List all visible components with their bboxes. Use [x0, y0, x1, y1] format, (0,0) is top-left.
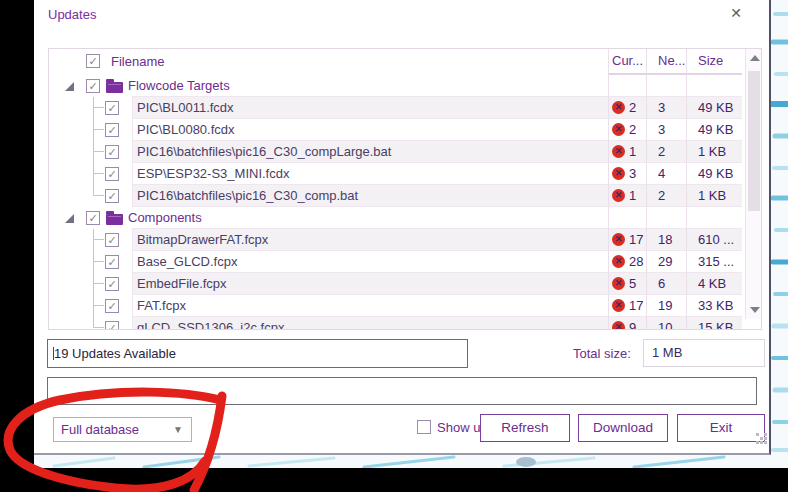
group-checkbox[interactable]: ✓ [86, 79, 100, 93]
exit-button[interactable]: Exit [677, 414, 765, 442]
file-size-cell: 49 KB [686, 97, 742, 119]
file-name: ESP\ESP32-S3_MINI.fcdx [137, 166, 289, 181]
download-progress-bar [47, 377, 757, 405]
file-row[interactable]: ✕3449 KB✓ESP\ESP32-S3_MINI.fcdx [49, 163, 742, 185]
column-header-size[interactable]: Size [686, 49, 742, 75]
file-cur-cell: ✕3 [608, 163, 646, 185]
file-size-cell: 610 ... [686, 229, 742, 251]
file-size-cell: 315 ... [686, 251, 742, 273]
tree-line [93, 295, 104, 306]
file-new-cell: 2 [646, 185, 686, 207]
group-size-cell [686, 207, 742, 229]
scroll-down-icon[interactable] [750, 307, 760, 313]
file-checkbox[interactable]: ✓ [105, 189, 119, 203]
close-icon[interactable]: ✕ [726, 3, 746, 23]
file-name: PIC16\batchfiles\pic16_C30_compLarge.bat [137, 144, 391, 159]
tree-line [93, 185, 104, 196]
file-new-cell: 19 [646, 295, 686, 317]
group-ne-cell [646, 75, 686, 97]
file-row[interactable]: ✕2349 KB✓PIC\BL0080.fcdx [49, 119, 742, 141]
group-checkbox[interactable]: ✓ [86, 211, 100, 225]
expander-icon[interactable] [65, 214, 74, 223]
group-row[interactable]: ✓Flowcode Targets [49, 75, 742, 97]
file-checkbox[interactable]: ✓ [105, 233, 119, 247]
group-name: Flowcode Targets [128, 78, 230, 93]
file-name: Base_GLCD.fcpx [137, 254, 237, 269]
expander-icon[interactable] [65, 82, 74, 91]
updates-available-box: 19 Updates Available [47, 339, 468, 368]
scrollbar-thumb[interactable] [748, 71, 760, 211]
tree-line [93, 229, 104, 240]
download-button[interactable]: Download [578, 414, 668, 442]
file-row[interactable]: ✕121 KB✓PIC16\batchfiles\pic16_C30_comp.… [49, 185, 742, 207]
file-size-cell: 4 KB [686, 273, 742, 295]
file-new-cell: 2 [646, 141, 686, 163]
outdated-badge-icon: ✕ [612, 101, 625, 114]
updates-table: ✓ Filename Cur... Ne... Size ✓Flowcode T… [48, 48, 762, 330]
database-dropdown[interactable]: Full database ▼ [53, 417, 192, 442]
outdated-badge-icon: ✕ [612, 277, 625, 290]
file-cur-cell: ✕1 [608, 185, 646, 207]
show-uptodate-checkbox[interactable] [417, 420, 431, 434]
file-cur-cell: ✕2 [608, 97, 646, 119]
file-cur-cell: ✕17 [608, 229, 646, 251]
file-name-cell [132, 295, 608, 317]
file-name: PIC\BL0080.fcdx [137, 122, 235, 137]
refresh-button[interactable]: Refresh [480, 414, 570, 442]
column-header-new[interactable]: Ne... [646, 49, 686, 75]
file-checkbox[interactable]: ✓ [105, 255, 119, 269]
file-checkbox[interactable]: ✓ [105, 123, 119, 137]
file-checkbox[interactable]: ✓ [105, 277, 119, 291]
file-checkbox[interactable]: ✓ [105, 321, 119, 330]
group-cur-cell [608, 75, 646, 97]
file-row[interactable]: ✕171933 KB✓FAT.fcpx [49, 295, 742, 317]
file-cur-cell: ✕1 [608, 141, 646, 163]
file-checkbox[interactable]: ✓ [105, 167, 119, 181]
file-row[interactable]: ✕91015 KB✓gLCD_SSD1306_i2c.fcpx [49, 317, 742, 330]
file-new-cell: 3 [646, 119, 686, 141]
file-row[interactable]: ✕1718610 ...✓BitmapDrawerFAT.fcpx [49, 229, 742, 251]
file-new-cell: 18 [646, 229, 686, 251]
vertical-scrollbar[interactable] [745, 49, 762, 319]
outdated-badge-icon: ✕ [612, 189, 625, 202]
file-checkbox[interactable]: ✓ [105, 299, 119, 313]
select-all-checkbox[interactable]: ✓ [86, 54, 100, 68]
file-name: PIC16\batchfiles\pic16_C30_comp.bat [137, 188, 358, 203]
outdated-badge-icon: ✕ [612, 145, 625, 158]
table-rows: ✓Flowcode Targets✕2349 KB✓PIC\BL0011.fcd… [49, 75, 761, 330]
resize-grip-icon[interactable] [756, 433, 768, 445]
file-checkbox[interactable]: ✓ [105, 101, 119, 115]
file-row[interactable]: ✕564 KB✓EmbedFile.fcpx [49, 273, 742, 295]
file-cur-cell: ✕17 [608, 295, 646, 317]
outdated-badge-icon: ✕ [612, 123, 625, 136]
tree-line [93, 119, 104, 130]
file-row[interactable]: ✕2349 KB✓PIC\BL0011.fcdx [49, 97, 742, 119]
file-size-cell: 1 KB [686, 185, 742, 207]
file-new-cell: 3 [646, 97, 686, 119]
outdated-badge-icon: ✕ [612, 321, 625, 330]
outdated-badge-icon: ✕ [612, 167, 625, 180]
column-header-filename[interactable]: Filename [111, 54, 164, 69]
file-name: FAT.fcpx [137, 298, 186, 313]
file-cur-cell: ✕5 [608, 273, 646, 295]
file-checkbox[interactable]: ✓ [105, 145, 119, 159]
database-dropdown-value: Full database [61, 422, 139, 437]
file-new-cell: 4 [646, 163, 686, 185]
file-row[interactable]: ✕121 KB✓PIC16\batchfiles\pic16_C30_compL… [49, 141, 742, 163]
chevron-down-icon: ▼ [173, 418, 183, 441]
file-new-cell: 10 [646, 317, 686, 330]
total-size-value: 1 MB [643, 339, 765, 367]
group-cur-cell [608, 207, 646, 229]
outdated-badge-icon: ✕ [612, 255, 625, 268]
group-name-cell [132, 207, 608, 229]
file-cur-cell: ✕28 [608, 251, 646, 273]
group-row[interactable]: ✓Components [49, 207, 742, 229]
scroll-up-icon[interactable] [750, 55, 760, 61]
outdated-badge-icon: ✕ [612, 233, 625, 246]
table-header-row: ✓ Filename Cur... Ne... Size [49, 49, 742, 75]
file-row[interactable]: ✕2829315 ...✓Base_GLCD.fcpx [49, 251, 742, 273]
column-header-current[interactable]: Cur... [608, 49, 646, 75]
file-cur-cell: ✕9 [608, 317, 646, 330]
file-cur-cell: ✕2 [608, 119, 646, 141]
tree-line [93, 141, 104, 152]
